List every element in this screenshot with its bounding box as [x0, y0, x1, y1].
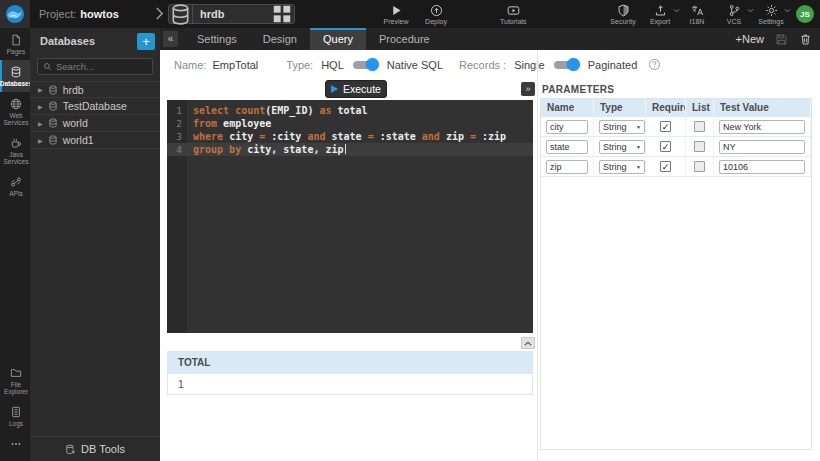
- rail-item-logs[interactable]: Logs: [0, 400, 30, 432]
- help-icon[interactable]: [648, 58, 661, 71]
- param-type-select[interactable]: String▼: [599, 140, 645, 154]
- param-test-value-input[interactable]: [719, 140, 805, 154]
- i18n-button[interactable]: I18N: [684, 2, 710, 26]
- settings-button[interactable]: Settings: [758, 2, 784, 26]
- code-token: :state: [380, 131, 422, 142]
- list-checkbox[interactable]: [694, 121, 705, 132]
- code-token: =: [368, 131, 380, 142]
- query-name-value[interactable]: EmpTotal: [212, 59, 258, 71]
- project-breadcrumb: Project:howtos: [39, 8, 119, 20]
- required-checkbox[interactable]: ✓: [660, 141, 671, 152]
- param-type-value: String: [603, 142, 627, 152]
- database-icon: [10, 66, 22, 78]
- expand-caret-icon[interactable]: ▶: [38, 137, 43, 144]
- expand-caret-icon[interactable]: ▶: [38, 103, 43, 110]
- records-label: Records :: [459, 59, 506, 71]
- param-test-value-cell: [714, 137, 811, 156]
- results-row[interactable]: 1: [168, 373, 532, 394]
- user-avatar[interactable]: JS: [796, 5, 814, 23]
- db-selector[interactable]: hrdb: [168, 4, 295, 24]
- tutorials-button[interactable]: Tutorials: [500, 2, 527, 26]
- security-button[interactable]: Security: [610, 2, 636, 26]
- preview-button[interactable]: Preview: [383, 2, 409, 26]
- required-checkbox[interactable]: ✓: [660, 161, 671, 172]
- db-tree-item[interactable]: ▶hrdb: [30, 81, 160, 98]
- code-line: 3where city = :city and state = :state a…: [167, 130, 533, 143]
- db-tree-item[interactable]: ▶world1: [30, 132, 160, 149]
- parameter-row: String▼✓: [541, 117, 811, 137]
- records-option-single[interactable]: Single: [514, 59, 545, 71]
- param-name-input[interactable]: [546, 160, 588, 174]
- name-label: Name:: [174, 59, 206, 71]
- rail-item-web-services[interactable]: Web Services: [0, 92, 30, 131]
- collapse-panel-button[interactable]: «: [163, 31, 178, 47]
- line-number: 3: [167, 130, 187, 143]
- i18n-icon: [691, 4, 704, 17]
- export-button[interactable]: Export: [647, 2, 673, 26]
- tab-settings[interactable]: Settings: [184, 28, 250, 50]
- panel-divider: [537, 50, 538, 461]
- records-toggle[interactable]: [553, 58, 580, 71]
- records-option-paginated[interactable]: Paginated: [588, 59, 638, 71]
- topbar-primary-actions: PreviewDeploy: [383, 2, 449, 26]
- db-tools-button[interactable]: DB Tools: [30, 436, 160, 461]
- page-icon: [10, 34, 22, 46]
- sql-editor[interactable]: 1select count(EMP_ID) as total2from empl…: [167, 100, 533, 333]
- rail-item-apis[interactable]: APIs: [0, 170, 30, 202]
- required-checkbox[interactable]: ✓: [660, 121, 671, 132]
- code-token: (EMP_ID): [265, 105, 319, 116]
- db-tree-item[interactable]: ▶TestDatabase: [30, 98, 160, 115]
- parameter-row: String▼✓: [541, 137, 811, 157]
- list-checkbox[interactable]: [694, 141, 705, 152]
- param-type-cell: String▼: [594, 117, 646, 136]
- param-name-input[interactable]: [546, 120, 588, 134]
- line-number: 1: [167, 104, 187, 117]
- parameters-body: String▼✓String▼✓String▼✓: [541, 117, 811, 177]
- expand-caret-icon[interactable]: ▶: [38, 120, 43, 127]
- param-test-value-input[interactable]: [719, 160, 805, 174]
- code-token: state: [332, 131, 368, 142]
- expand-caret-icon[interactable]: ▶: [38, 86, 43, 93]
- save-icon[interactable]: [775, 33, 788, 46]
- tab-design[interactable]: Design: [250, 28, 310, 50]
- add-database-button[interactable]: +: [137, 33, 155, 50]
- type-option-native-sql[interactable]: Native SQL: [387, 59, 443, 71]
- collapse-results-button[interactable]: [521, 337, 535, 349]
- param-test-value-input[interactable]: [719, 120, 805, 134]
- code-text: group by city, state, zip: [187, 143, 346, 156]
- grid-icon[interactable]: [270, 2, 294, 26]
- param-type-select[interactable]: String▼: [599, 160, 645, 174]
- parameters-table: NameTypeRequiredListTest Value String▼✓S…: [540, 98, 812, 450]
- db-tools-label: DB Tools: [81, 443, 125, 455]
- code-token: zip: [446, 131, 470, 142]
- param-name-input[interactable]: [546, 140, 588, 154]
- trash-icon[interactable]: [799, 33, 812, 46]
- vcs-button[interactable]: VCS: [721, 2, 747, 26]
- expand-editor-button[interactable]: »: [521, 82, 535, 96]
- execute-button[interactable]: Execute: [325, 80, 387, 98]
- db-tree-item[interactable]: ▶world: [30, 115, 160, 132]
- rail-item-pages[interactable]: Pages: [0, 28, 30, 60]
- type-toggle[interactable]: [352, 58, 379, 71]
- code-text: from employee: [187, 117, 271, 130]
- new-query-button[interactable]: +New: [736, 33, 764, 45]
- deploy-button[interactable]: Deploy: [423, 2, 449, 26]
- topbar-tutorials-group: Tutorials: [500, 2, 527, 26]
- tabbar-actions: +New: [736, 28, 812, 50]
- app-logo[interactable]: [0, 0, 30, 28]
- shield-icon: [617, 4, 630, 17]
- tab-procedure[interactable]: Procedure: [366, 28, 443, 50]
- param-type-select[interactable]: String▼: [599, 120, 645, 134]
- search-input[interactable]: [56, 61, 147, 72]
- type-option-hql[interactable]: HQL: [321, 59, 344, 71]
- param-type-cell: String▼: [594, 137, 646, 156]
- tab-query[interactable]: Query: [310, 28, 366, 50]
- database-tree: ▶hrdb▶TestDatabase▶world▶world1: [30, 81, 160, 149]
- rail-item-java-services[interactable]: Java Services: [0, 131, 30, 170]
- rail-item-file-explorer[interactable]: File Explorer: [0, 361, 30, 400]
- rail-item-databases[interactable]: Databases: [0, 60, 30, 92]
- rail-item-more[interactable]: [0, 432, 30, 455]
- play-icon: [331, 85, 338, 93]
- list-checkbox[interactable]: [694, 161, 705, 172]
- type-label: Type:: [286, 59, 313, 71]
